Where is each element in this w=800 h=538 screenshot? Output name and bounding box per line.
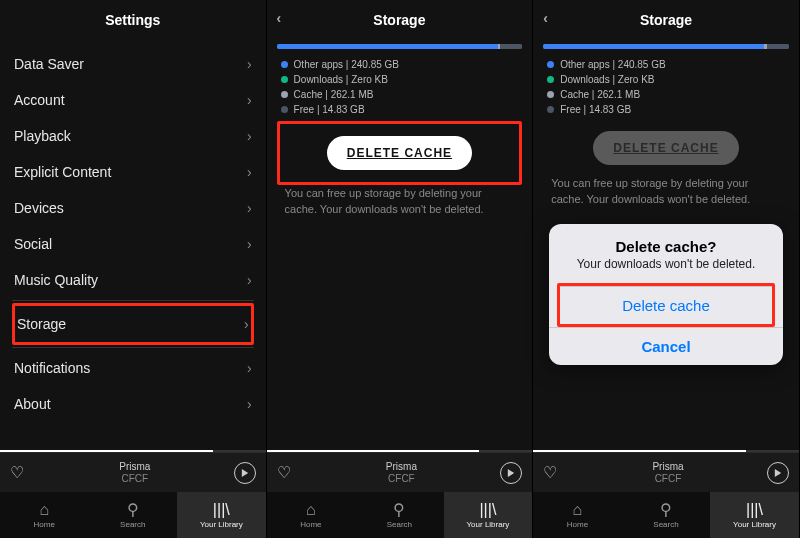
page-title: Storage [640, 12, 692, 28]
row-data-saver[interactable]: Data Saver› [12, 46, 254, 82]
row-devices[interactable]: Devices› [12, 190, 254, 226]
tab-library[interactable]: |||\Your Library [444, 492, 533, 538]
bottom-area: ♡ Prisma CFCF ⌂Home ⚲Search |||\Your Lib… [533, 450, 799, 538]
dot-icon [281, 61, 288, 68]
tab-home[interactable]: ⌂Home [0, 492, 89, 538]
row-label: Notifications [14, 360, 90, 376]
dialog-cancel-button[interactable]: Cancel [549, 327, 783, 365]
panel-settings: Settings Data Saver› Account› Playback› … [0, 0, 267, 538]
track-title: Prisma [303, 461, 501, 473]
tab-library[interactable]: |||\Your Library [177, 492, 266, 538]
tab-home[interactable]: ⌂Home [533, 492, 622, 538]
row-label: Social [14, 236, 52, 252]
home-icon: ⌂ [306, 502, 316, 518]
tab-bar: ⌂Home ⚲Search |||\Your Library [267, 492, 533, 538]
track-artist: CFCF [36, 473, 234, 485]
panel-storage-2: ‹ Storage Other apps | 240.85 GB Downloa… [533, 0, 800, 538]
row-social[interactable]: Social› [12, 226, 254, 262]
panel-storage-1: ‹ Storage Other apps | 240.85 GB Downloa… [267, 0, 534, 538]
header: ‹ Storage [533, 0, 799, 40]
bottom-area: ♡ Prisma CFCF ⌂Home ⚲Search |||\Your Lib… [267, 450, 533, 538]
search-icon: ⚲ [393, 502, 405, 518]
tab-label: Search [120, 520, 145, 529]
tab-library[interactable]: |||\Your Library [710, 492, 799, 538]
now-playing-text: Prisma CFCF [569, 461, 767, 485]
row-explicit-content[interactable]: Explicit Content› [12, 154, 254, 190]
back-button[interactable]: ‹ [543, 10, 548, 26]
tab-label: Your Library [200, 520, 243, 529]
tab-label: Search [387, 520, 412, 529]
seg-other-apps [277, 44, 498, 49]
svg-marker-1 [508, 469, 514, 477]
heart-icon[interactable]: ♡ [543, 465, 557, 481]
row-about[interactable]: About› [12, 386, 254, 422]
tab-search[interactable]: ⚲Search [355, 492, 444, 538]
legend-item: Cache | 262.1 MB [281, 89, 519, 100]
row-music-quality[interactable]: Music Quality› [12, 262, 254, 298]
tab-label: Home [567, 520, 588, 529]
library-icon: |||\ [746, 502, 763, 518]
tab-bar: ⌂Home ⚲Search |||\Your Library [533, 492, 799, 538]
divider [12, 300, 254, 301]
play-button[interactable] [234, 462, 256, 484]
tab-home[interactable]: ⌂Home [267, 492, 356, 538]
chevron-right-icon: › [247, 272, 252, 288]
now-playing-text: Prisma CFCF [303, 461, 501, 485]
legend: Other apps | 240.85 GB Downloads | Zero … [267, 59, 533, 115]
tab-label: Home [34, 520, 55, 529]
search-icon: ⚲ [127, 502, 139, 518]
heart-icon[interactable]: ♡ [10, 465, 24, 481]
row-storage[interactable]: Storage› [12, 303, 254, 345]
dot-icon [281, 76, 288, 83]
play-button[interactable] [500, 462, 522, 484]
row-label: Explicit Content [14, 164, 111, 180]
library-icon: |||\ [213, 502, 230, 518]
track-artist: CFCF [303, 473, 501, 485]
header: ‹ Storage [267, 0, 533, 40]
now-playing-bar[interactable]: ♡ Prisma CFCF [533, 452, 799, 492]
row-account[interactable]: Account› [12, 82, 254, 118]
now-playing-text: Prisma CFCF [36, 461, 234, 485]
legend-label: Downloads | Zero KB [560, 74, 654, 85]
dialog-confirm-button[interactable]: Delete cache [560, 286, 772, 324]
back-button[interactable]: ‹ [277, 10, 282, 26]
dot-icon [547, 61, 554, 68]
storage-desc: You can free up storage by deleting your… [533, 175, 799, 207]
chevron-right-icon: › [247, 92, 252, 108]
legend-item: Free | 14.83 GB [547, 104, 785, 115]
row-label: Devices [14, 200, 64, 216]
bottom-area: ♡ Prisma CFCF ⌂Home ⚲Search |||\Your Lib… [0, 450, 266, 538]
chevron-right-icon: › [247, 360, 252, 376]
legend-label: Other apps | 240.85 GB [294, 59, 399, 70]
legend-label: Downloads | Zero KB [294, 74, 388, 85]
play-button[interactable] [767, 462, 789, 484]
tab-search[interactable]: ⚲Search [89, 492, 178, 538]
home-icon: ⌂ [39, 502, 49, 518]
delete-cache-button[interactable]: DELETE CACHE [593, 131, 738, 165]
legend-item: Other apps | 240.85 GB [281, 59, 519, 70]
page-title: Settings [105, 12, 160, 28]
library-icon: |||\ [479, 502, 496, 518]
tab-label: Home [300, 520, 321, 529]
row-playback[interactable]: Playback› [12, 118, 254, 154]
delete-cache-button[interactable]: DELETE CACHE [327, 136, 472, 170]
now-playing-bar[interactable]: ♡ Prisma CFCF [267, 452, 533, 492]
storage-body: Other apps | 240.85 GB Downloads | Zero … [533, 40, 799, 450]
chevron-right-icon: › [247, 236, 252, 252]
tab-search[interactable]: ⚲Search [622, 492, 711, 538]
now-playing-bar[interactable]: ♡ Prisma CFCF [0, 452, 266, 492]
tab-bar: ⌂Home ⚲Search |||\Your Library [0, 492, 266, 538]
legend-label: Other apps | 240.85 GB [560, 59, 665, 70]
heart-icon[interactable]: ♡ [277, 465, 291, 481]
tab-label: Your Library [733, 520, 776, 529]
chevron-right-icon: › [247, 164, 252, 180]
dialog-title: Delete cache? [549, 224, 783, 257]
legend-item: Cache | 262.1 MB [547, 89, 785, 100]
page-title: Storage [373, 12, 425, 28]
seg-free [767, 44, 789, 49]
chevron-right-icon: › [247, 396, 252, 412]
seg-free [500, 44, 522, 49]
track-artist: CFCF [569, 473, 767, 485]
dot-icon [547, 91, 554, 98]
row-notifications[interactable]: Notifications› [12, 350, 254, 386]
